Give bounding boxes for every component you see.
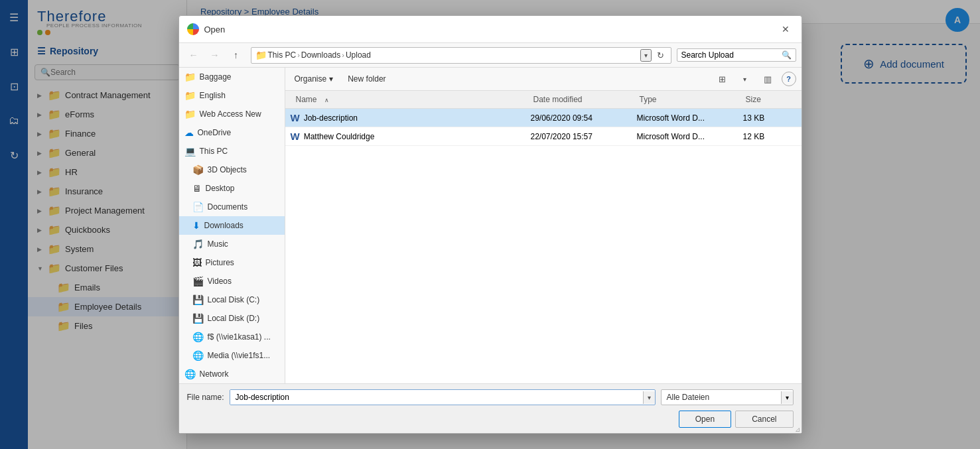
documents-label: Documents <box>208 202 248 212</box>
dialog-title-text: Open <box>204 25 226 34</box>
music-label: Music <box>208 239 228 249</box>
dialog-left-item-baggage[interactable]: 📁 Baggage <box>179 68 285 86</box>
filename-input-container[interactable]: ▾ <box>230 389 656 405</box>
view-options-button[interactable]: ⊞ <box>714 70 731 88</box>
file-name-label: Job-description <box>304 113 358 123</box>
desktop-label: Desktop <box>206 184 235 193</box>
dialog-left-item-documents[interactable]: 📄 Documents <box>179 198 285 216</box>
3d-objects-icon: 📦 <box>192 164 204 175</box>
dialog-left-item-media-vie1fs1[interactable]: 🌐 Media (\\vie1fs1... <box>179 346 285 365</box>
local-disk-c-icon: 💾 <box>192 294 204 305</box>
table-row[interactable]: W Matthew Couldridge 22/07/2020 15:57 Mi… <box>285 127 802 146</box>
help-button[interactable]: ? <box>782 72 796 86</box>
address-parts-container: 📁 This PC › Downloads › Upload <box>255 50 638 60</box>
address-bar[interactable]: 📁 This PC › Downloads › Upload ▾ ↻ <box>251 47 671 64</box>
dialog-left-item-fs-vie1kasa1[interactable]: 🌐 f$ (\\vie1kasa1) ... <box>179 328 285 346</box>
file-list-header: Name ∧ Date modified Type Size <box>285 91 802 109</box>
network-drive-2-label: Media (\\vie1fs1... <box>208 351 271 360</box>
3d-objects-label: 3D Objects <box>208 165 247 174</box>
search-upload-input[interactable] <box>681 50 782 60</box>
back-button[interactable]: ← <box>184 46 203 64</box>
network-icon: 🌐 <box>184 369 196 379</box>
forward-button[interactable]: → <box>206 46 224 64</box>
col-date-header[interactable]: Date modified <box>531 94 637 105</box>
dialog-left-item-onedrive[interactable]: ☁ OneDrive <box>179 123 285 142</box>
dialog-left-item-this-pc[interactable]: 💻 This PC <box>179 142 285 160</box>
desktop-icon: 🖥 <box>192 183 202 194</box>
word-doc-icon: W <box>291 131 300 142</box>
open-button[interactable]: Open <box>679 411 731 428</box>
filetype-select-container[interactable]: Alle Dateien ▾ <box>661 389 794 405</box>
this-pc-icon: 💻 <box>184 146 196 157</box>
file-name-cell: W Job-description <box>291 112 531 123</box>
filename-dropdown-button[interactable]: ▾ <box>643 391 655 404</box>
dialog-left-item-music[interactable]: 🎵 Music <box>179 235 285 253</box>
dialog-left-item-local-disk-d[interactable]: 💾 Local Disk (D:) <box>179 309 285 328</box>
dialog-toolbar: ← → ↑ 📁 This PC › Downloads › Upload ▾ ↻… <box>179 43 802 68</box>
file-name-label: Matthew Couldridge <box>304 132 375 141</box>
file-list: W Job-description 29/06/2020 09:54 Micro… <box>285 109 802 383</box>
new-folder-button[interactable]: New folder <box>342 72 391 86</box>
col-name-label: Name <box>293 94 320 105</box>
col-name-header[interactable]: Name ∧ <box>291 94 531 105</box>
address-dropdown-arrow[interactable]: ▾ <box>640 49 652 62</box>
address-sep-1: › <box>297 51 300 59</box>
local-disk-d-label: Local Disk (D:) <box>208 314 260 323</box>
file-type-cell: Microsoft Word D... <box>637 132 743 141</box>
address-refresh-button[interactable]: ↻ <box>654 49 667 62</box>
address-folder-icon: 📁 <box>255 50 267 60</box>
sort-arrow-icon: ∧ <box>322 96 332 105</box>
onedrive-label: OneDrive <box>198 128 232 137</box>
organise-dropdown-icon: ▾ <box>329 74 333 84</box>
dialog-action-buttons-row: Open Cancel <box>187 411 794 428</box>
search-upload-icon-button[interactable]: 🔍 <box>782 50 792 60</box>
preview-pane-button[interactable]: ▥ <box>759 70 776 88</box>
network-label: Network <box>200 369 229 379</box>
filename-input[interactable] <box>230 390 643 405</box>
table-row[interactable]: W Job-description 29/06/2020 09:54 Micro… <box>285 109 802 127</box>
baggage-label: Baggage <box>200 72 232 82</box>
web-access-folder-icon: 📁 <box>184 109 196 119</box>
dialog-left-panel: 📁 Baggage 📁 English 📁 Web Access New ☁ O… <box>179 68 285 383</box>
network-drive-2-icon: 🌐 <box>192 350 204 361</box>
dialog-left-item-english[interactable]: 📁 English <box>179 86 285 105</box>
baggage-folder-icon: 📁 <box>184 72 196 82</box>
address-part-thispc: This PC <box>268 50 297 60</box>
filename-label: File name: <box>187 393 224 402</box>
local-disk-d-icon: 💾 <box>192 313 204 324</box>
address-part-downloads: Downloads <box>301 50 340 60</box>
dialog-left-item-network[interactable]: 🌐 Network <box>179 365 285 383</box>
dialog-close-button[interactable]: ✕ <box>778 21 794 37</box>
open-dialog: Open ✕ ← → ↑ 📁 This PC › Downloads › Upl… <box>178 15 802 434</box>
dialog-left-item-videos[interactable]: 🎬 Videos <box>179 272 285 290</box>
search-upload-box[interactable]: 🔍 <box>677 48 796 62</box>
view-dropdown-button[interactable]: ▾ <box>736 70 754 88</box>
filetype-dropdown-button[interactable]: ▾ <box>781 391 793 404</box>
dialog-left-item-desktop[interactable]: 🖥 Desktop <box>179 179 285 198</box>
dialog-left-item-local-disk-c[interactable]: 💾 Local Disk (C:) <box>179 290 285 309</box>
resize-handle[interactable]: ⊿ <box>794 425 802 433</box>
dialog-title-left: Open <box>187 23 226 35</box>
col-type-header[interactable]: Type <box>637 94 743 105</box>
action-bar: Organise ▾ New folder ⊞ ▾ ▥ ? <box>285 68 802 91</box>
local-disk-c-label: Local Disk (C:) <box>208 295 260 304</box>
filename-row: File name: ▾ Alle Dateien ▾ <box>187 389 794 405</box>
dialog-left-item-web-access[interactable]: 📁 Web Access New <box>179 105 285 123</box>
dialog-left-item-3d-objects[interactable]: 📦 3D Objects <box>179 160 285 179</box>
col-size-header[interactable]: Size <box>743 94 796 105</box>
music-icon: 🎵 <box>192 239 204 249</box>
file-date-cell: 22/07/2020 15:57 <box>531 132 637 141</box>
organise-button[interactable]: Organise ▾ <box>291 72 338 86</box>
dialog-bottom: File name: ▾ Alle Dateien ▾ Open Cancel <box>179 383 802 433</box>
word-doc-icon: W <box>291 112 300 123</box>
english-label: English <box>200 91 226 100</box>
up-button[interactable]: ↑ <box>227 46 245 64</box>
file-size-cell: 13 KB <box>743 113 796 123</box>
pictures-icon: 🖼 <box>192 257 202 268</box>
file-size-cell: 12 KB <box>743 132 796 141</box>
dialog-left-item-downloads[interactable]: ⬇ Downloads <box>179 216 285 235</box>
dialog-left-item-pictures[interactable]: 🖼 Pictures <box>179 253 285 272</box>
cancel-button[interactable]: Cancel <box>735 411 793 428</box>
videos-label: Videos <box>208 277 232 286</box>
network-drive-1-label: f$ (\\vie1kasa1) ... <box>208 332 271 342</box>
